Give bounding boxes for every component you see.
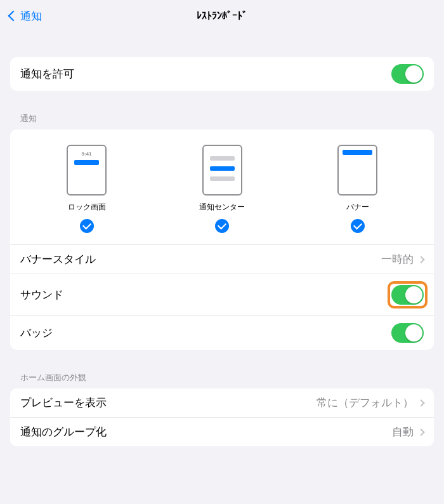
nav-bar: 通知 ﾚｽﾄﾗﾝﾎﾞｰﾄﾞ — [0, 0, 444, 32]
alert-option-label: ロック画面 — [68, 202, 106, 213]
chevron-left-icon — [8, 11, 19, 22]
checkmark-icon — [215, 219, 229, 233]
alert-option-label: バナー — [346, 202, 369, 213]
notification-grouping-value: 自動 — [392, 425, 414, 439]
notification-grouping-label: 通知のグループ化 — [20, 425, 107, 439]
back-button[interactable]: 通知 — [10, 9, 42, 23]
alert-option-label: 通知センター — [199, 202, 245, 213]
lockscreen-icon: 9:41 — [67, 145, 107, 196]
allow-notifications-row: 通知を許可 — [10, 57, 434, 91]
chevron-right-icon — [417, 399, 424, 406]
notifcenter-icon — [202, 145, 242, 196]
checkmark-icon — [351, 219, 365, 233]
alert-option-notifcenter[interactable]: 通知センター — [199, 145, 245, 233]
show-preview-row[interactable]: プレビューを表示 常に（デフォルト） — [10, 388, 434, 417]
banner-style-row[interactable]: バナースタイル 一時的 — [10, 244, 434, 274]
home-section: プレビューを表示 常に（デフォルト） 通知のグループ化 自動 — [10, 388, 434, 446]
sounds-toggle[interactable] — [391, 285, 424, 305]
badges-row: バッジ — [10, 315, 434, 350]
show-preview-value: 常に（デフォルト） — [317, 395, 414, 410]
badges-label: バッジ — [20, 326, 53, 340]
chevron-right-icon — [417, 256, 424, 263]
alert-option-lockscreen[interactable]: 9:41 ロック画面 — [67, 145, 107, 233]
allow-label: 通知を許可 — [20, 67, 74, 81]
alert-style-options: 9:41 ロック画面 通知センター バナー — [10, 129, 434, 244]
sounds-label: サウンド — [20, 288, 63, 302]
badges-toggle[interactable] — [391, 323, 424, 343]
banner-style-value: 一時的 — [381, 252, 414, 267]
notif-section: 9:41 ロック画面 通知センター バナー バナースタイル 一時的 — [10, 129, 434, 350]
banner-icon — [337, 145, 377, 196]
notification-grouping-row[interactable]: 通知のグループ化 自動 — [10, 417, 434, 446]
notif-section-header: 通知 — [20, 113, 444, 124]
alert-option-banner[interactable]: バナー — [337, 145, 377, 233]
page-title: ﾚｽﾄﾗﾝﾎﾞｰﾄﾞ — [197, 10, 247, 22]
back-label: 通知 — [20, 9, 42, 23]
highlight-annotation — [388, 281, 428, 308]
show-preview-label: プレビューを表示 — [20, 395, 107, 410]
home-section-header: ホーム画面の外観 — [20, 372, 444, 383]
checkmark-icon — [80, 219, 94, 233]
allow-section: 通知を許可 — [10, 57, 434, 91]
sounds-row: サウンド — [10, 274, 434, 315]
banner-style-label: バナースタイル — [20, 252, 96, 267]
chevron-right-icon — [417, 428, 424, 435]
allow-notifications-toggle[interactable] — [391, 64, 424, 84]
